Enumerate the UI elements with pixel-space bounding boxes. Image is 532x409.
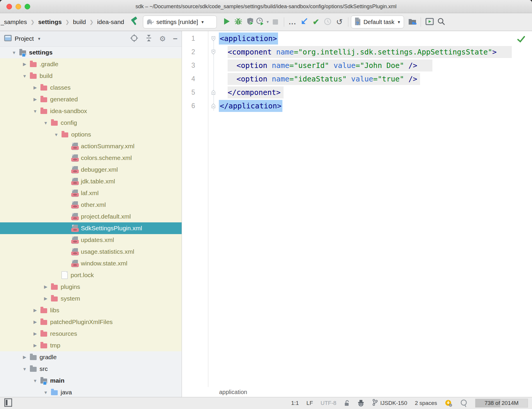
update-project-button[interactable] xyxy=(299,16,310,28)
tree-row[interactable]: ▶libs xyxy=(0,304,182,316)
git-branch-widget[interactable]: IJSDK-150 xyxy=(372,399,407,408)
rollback-button[interactable]: ↺ xyxy=(334,16,345,28)
tree-row[interactable]: ▶gradle xyxy=(0,351,182,363)
more-actions-button[interactable]: ... xyxy=(287,16,299,28)
tree-row[interactable]: ▶tmp xyxy=(0,340,182,351)
code-line[interactable]: 3 <option name="userId" value="John Doe"… xyxy=(182,59,532,72)
tree-row[interactable]: debugger.xml xyxy=(0,164,182,175)
file-encoding[interactable]: UTF-8 xyxy=(320,400,336,406)
tree-row[interactable]: ▶plugins xyxy=(0,281,182,293)
tree-row[interactable]: ▶.gradle xyxy=(0,58,182,70)
toolwindow-toggle-icon[interactable] xyxy=(4,398,12,408)
commit-button[interactable]: ✔ xyxy=(310,16,322,28)
chevron-down-icon[interactable]: ▼ xyxy=(37,37,41,41)
tree-expanded-arrow-icon[interactable]: ▼ xyxy=(30,378,40,383)
tree-collapsed-arrow-icon[interactable]: ▶ xyxy=(30,331,40,336)
tree-collapsed-arrow-icon[interactable]: ▶ xyxy=(30,343,40,348)
tree-row[interactable]: ▶classes xyxy=(0,82,182,93)
history-button[interactable] xyxy=(322,16,334,28)
caret-position[interactable]: 1:1 xyxy=(291,400,299,406)
tree-row[interactable]: ▼idea-sandbox xyxy=(0,105,182,117)
tree-collapsed-arrow-icon[interactable]: ▶ xyxy=(30,85,40,90)
tree-expanded-arrow-icon[interactable]: ▼ xyxy=(40,120,51,125)
tree-row[interactable]: ▼main xyxy=(0,375,182,386)
tree-collapsed-arrow-icon[interactable]: ▶ xyxy=(30,308,40,313)
background-tasks-icon[interactable] xyxy=(460,399,468,407)
tree-collapsed-arrow-icon[interactable]: ▶ xyxy=(30,319,40,325)
tree-row[interactable]: ▼build xyxy=(0,70,182,82)
tree-expanded-arrow-icon[interactable]: ▼ xyxy=(51,132,62,137)
tree-collapsed-arrow-icon[interactable]: ▶ xyxy=(19,355,30,360)
tree-row[interactable]: laf.xml xyxy=(0,187,182,199)
hector-inspector-icon[interactable] xyxy=(357,400,364,407)
fold-marker-icon[interactable] xyxy=(208,50,219,54)
default-task-select[interactable]: ? Default task ▼ xyxy=(351,16,404,28)
tree-row[interactable]: ▼java xyxy=(0,386,182,397)
run-anything-button[interactable] xyxy=(424,16,435,28)
fold-marker-icon[interactable] xyxy=(208,90,219,95)
tree-row[interactable]: actionSummary.xml xyxy=(0,140,182,152)
lock-icon[interactable] xyxy=(344,400,350,407)
tree-row[interactable]: colors.scheme.xml xyxy=(0,152,182,164)
collapse-all-icon[interactable] xyxy=(145,34,152,43)
project-structure-button[interactable] xyxy=(406,16,418,28)
breadcrumb-tag[interactable]: application xyxy=(219,389,247,396)
tree-expanded-arrow-icon[interactable]: ▼ xyxy=(40,390,51,395)
tree-collapsed-arrow-icon[interactable]: ▶ xyxy=(30,97,40,102)
run-with-coverage-button[interactable] xyxy=(244,16,256,28)
tree-row[interactable]: ▶patchedPluginXmlFiles xyxy=(0,316,182,328)
run-button[interactable] xyxy=(221,16,233,28)
profiler-button[interactable]: ▼ xyxy=(256,16,270,28)
project-panel-title[interactable]: Project xyxy=(15,35,34,42)
code-line[interactable]: 5 </component> xyxy=(182,86,532,99)
code-line[interactable]: 4 <option name="ideaStatus" value="true"… xyxy=(182,72,532,86)
tree-row[interactable]: window.state.xml xyxy=(0,258,182,269)
hide-panel-icon[interactable]: − xyxy=(173,34,178,43)
nav-crumb-samples[interactable]: _samples xyxy=(1,18,27,25)
stop-button[interactable] xyxy=(270,16,281,28)
indent-info[interactable]: 2 spaces xyxy=(415,400,437,406)
tree-row[interactable]: ▼settings xyxy=(0,47,182,58)
minimize-window-button[interactable] xyxy=(16,4,21,9)
tree-expanded-arrow-icon[interactable]: ▼ xyxy=(30,109,40,114)
code-line[interactable]: 6</application> xyxy=(182,99,532,113)
project-tree[interactable]: ▼settings▶.gradle▼build▶classes▶generate… xyxy=(0,47,182,397)
tree-row[interactable]: updates.xml xyxy=(0,234,182,246)
tree-row[interactable]: ▶resources xyxy=(0,328,182,340)
tree-row[interactable]: ▼options xyxy=(0,129,182,140)
nav-crumb-idea-sandbox[interactable]: idea-sand xyxy=(97,18,124,25)
tree-expanded-arrow-icon[interactable]: ▼ xyxy=(9,50,19,55)
gradle-sync-icon[interactable] xyxy=(445,399,453,407)
tree-row[interactable]: project.default.xml xyxy=(0,211,182,222)
tree-row[interactable]: ▼config xyxy=(0,117,182,129)
tree-collapsed-arrow-icon[interactable]: ▶ xyxy=(40,284,51,289)
nav-crumb-build[interactable]: build xyxy=(73,18,86,25)
code-area[interactable]: 1<application>2 <component name="org.int… xyxy=(182,31,532,387)
tree-expanded-arrow-icon[interactable]: ▼ xyxy=(19,74,30,79)
tree-expanded-arrow-icon[interactable]: ▼ xyxy=(19,367,30,371)
tree-row[interactable]: usage.statistics.xml xyxy=(0,246,182,258)
code-line[interactable]: 2 <component name="org.intellij.sdk.sett… xyxy=(182,45,532,59)
build-project-button[interactable] xyxy=(128,16,140,28)
settings-gear-icon[interactable]: ⚙ xyxy=(159,35,166,43)
code-line[interactable]: 1<application> xyxy=(182,32,532,45)
tree-row[interactable]: port.lock xyxy=(0,269,182,281)
tree-row[interactable]: ▶generated xyxy=(0,93,182,105)
tree-row[interactable]: jdk.table.xml xyxy=(0,175,182,187)
tree-row[interactable]: ▼src xyxy=(0,363,182,375)
fold-marker-icon[interactable] xyxy=(208,36,219,41)
search-everywhere-button[interactable] xyxy=(435,16,447,28)
tree-collapsed-arrow-icon[interactable]: ▶ xyxy=(19,62,30,67)
tree-row[interactable]: other.xml xyxy=(0,199,182,211)
fold-marker-icon[interactable] xyxy=(208,103,219,108)
debug-button[interactable] xyxy=(233,16,244,28)
run-configuration-select[interactable]: settings [runIde] ▼ xyxy=(143,16,217,28)
locate-file-icon[interactable] xyxy=(130,34,138,44)
zoom-window-button[interactable] xyxy=(25,4,30,9)
tree-row[interactable]: ▶system xyxy=(0,293,182,304)
tree-collapsed-arrow-icon[interactable]: ▶ xyxy=(40,296,51,301)
tree-row[interactable]: SdkSettingsPlugin.xml xyxy=(0,222,182,234)
line-separator[interactable]: LF xyxy=(306,400,313,406)
close-window-button[interactable] xyxy=(6,4,12,9)
nav-crumb-settings[interactable]: settings xyxy=(38,18,62,25)
